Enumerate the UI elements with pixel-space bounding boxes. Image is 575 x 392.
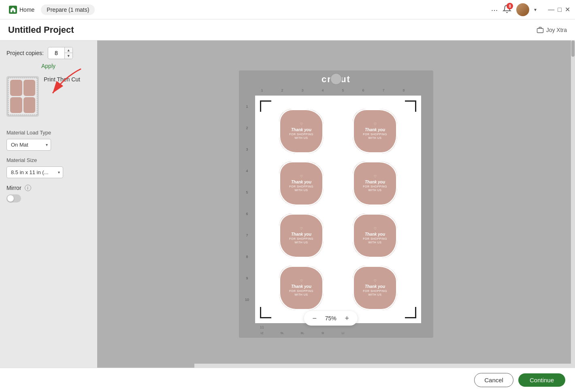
sticker-text-4: ♡ Thank you FOR SHOPPING with us [363, 175, 387, 192]
sticker-heart-2: ♡ [363, 122, 387, 126]
ruler-right-5 [421, 181, 433, 203]
ruler-top-2: 2 [272, 88, 292, 96]
ruler-top-3: 3 [292, 88, 313, 96]
ruler-top-8: 8 [394, 88, 414, 96]
sticker-heart-8: ♡ [363, 279, 387, 283]
ruler-right-3 [421, 138, 433, 160]
mat-paper: ♡ Thank you FOR SHOPPING with us [255, 96, 421, 323]
material-load-section: Material Load Type On Mat ▾ [6, 130, 91, 151]
ruler-left-9: 9 [239, 267, 255, 289]
spin-down-button[interactable]: ▼ [64, 53, 72, 59]
material-load-select-wrap: On Mat ▾ [6, 139, 51, 151]
mirror-toggle[interactable] [6, 194, 21, 202]
sticker-heart-1: ♡ [289, 122, 313, 126]
sticker-text-6: ♡ Thank you FOR SHOPPING with us [363, 227, 387, 245]
notifications-button[interactable]: 8 [503, 4, 511, 15]
right-scrollbar-thumb [571, 40, 575, 57]
ruler-top: 1 2 3 4 5 6 7 8 [239, 88, 433, 96]
sticker-shape-4: ♡ Thank you FOR SHOPPING with us [353, 161, 397, 206]
mat-info: Print Then Cut [44, 76, 80, 83]
ruler-right-4 [421, 160, 433, 181]
mat-board: cricut 1 2 3 4 5 6 7 8 [239, 70, 433, 338]
ruler-right-1 [421, 96, 433, 117]
project-title: Untitled Project [8, 25, 74, 35]
material-load-title: Material Load Type [6, 130, 91, 136]
avatar[interactable] [516, 3, 529, 16]
machine-icon [537, 26, 544, 34]
ruler-right-8 [421, 246, 433, 267]
ruler-top-1: 1 [252, 88, 272, 96]
zoom-in-button[interactable]: + [342, 313, 352, 323]
ruler-left-2: 2 [239, 117, 255, 138]
sticker-text-2: ♡ Thank you FOR SHOPPING with us [363, 122, 387, 140]
minimize-button[interactable]: — [548, 6, 554, 13]
mat-type-label: Print Then Cut [44, 76, 80, 83]
sticker-7: ♡ Thank you FOR SHOPPING with us [267, 264, 335, 311]
close-button[interactable]: ✕ [565, 6, 570, 13]
home-icon [9, 6, 17, 14]
canvas-area: cricut 1 2 3 4 5 6 7 8 [97, 40, 575, 368]
cancel-button[interactable]: Cancel [474, 373, 513, 387]
mat-header: cricut [239, 70, 433, 88]
bottom-bar: Cancel Continue [0, 368, 575, 392]
sticker-shape-7: ♡ Thank you FOR SHOPPING with us [279, 266, 324, 310]
material-size-title: Material Size [6, 157, 91, 163]
bottom-scrollbar[interactable] [194, 364, 571, 368]
ruler-right-7 [421, 224, 433, 246]
apply-row: Apply [6, 62, 91, 70]
window-controls: — □ ✕ [548, 6, 570, 13]
mat-hanger [330, 73, 342, 85]
mirror-label: Mirror [6, 185, 21, 191]
sticker-shape-3: ♡ Thank you FOR SHOPPING with us [279, 161, 324, 206]
prepare-tab[interactable]: Prepare (1 mats) [41, 4, 95, 15]
ruler-left-8: 8 [239, 246, 255, 267]
sticker-heart-4: ♡ [363, 175, 387, 179]
sticker-text-3: ♡ Thank you FOR SHOPPING with us [289, 175, 313, 192]
copies-input[interactable] [48, 48, 64, 58]
sticker-heart-3: ♡ [289, 175, 313, 179]
sticker-shape-6: ♡ Thank you FOR SHOPPING with us [353, 213, 397, 258]
spin-up-button[interactable]: ▲ [64, 47, 72, 53]
sticker-3: ♡ Thank you FOR SHOPPING with us [267, 160, 335, 207]
top-bar: Home Prepare (1 mats) ··· 8 ▾ — □ ✕ [0, 0, 575, 19]
apply-button[interactable]: Apply [41, 63, 55, 69]
notification-badge: 8 [507, 3, 513, 9]
sticker-1: ♡ Thank you FOR SHOPPING with us [267, 108, 335, 154]
sticker-heart-5: ♡ [289, 227, 313, 231]
copies-spinners: ▲ ▼ [64, 47, 72, 59]
mat-thumbnail [6, 76, 39, 117]
more-button[interactable]: ··· [491, 6, 498, 14]
zoom-out-button[interactable]: − [310, 313, 319, 323]
continue-button[interactable]: Continue [518, 373, 565, 387]
material-size-select[interactable]: 8.5 in x 11 in (... [6, 166, 63, 178]
machine-label: Joy Xtra [537, 26, 567, 34]
ruler-right [421, 96, 433, 323]
sticker-shape-1: ♡ Thank you FOR SHOPPING with us [279, 109, 324, 153]
project-bar: Untitled Project Joy Xtra [0, 19, 575, 40]
mat-canvas-wrap: cricut 1 2 3 4 5 6 7 8 [239, 70, 433, 338]
zoom-controls: − 75% + [304, 311, 358, 326]
ruler-top-4: 4 [313, 88, 333, 96]
ruler-left: 1 2 3 4 5 6 7 8 9 10 [239, 96, 255, 323]
sticker-6: ♡ Thank you FOR SHOPPING with us [341, 212, 409, 259]
ruler-numbers-top: 1 2 3 4 5 6 7 8 [252, 88, 414, 96]
ruler-left-10: 10 [239, 289, 255, 310]
mirror-section: Mirror i [6, 185, 91, 204]
account-dropdown[interactable]: ▾ [534, 7, 537, 13]
sidebar: Project copies: ▲ ▼ Apply [0, 40, 97, 368]
mirror-row: Mirror i [6, 185, 91, 191]
mirror-info-icon[interactable]: i [25, 185, 31, 191]
top-bar-right: ··· 8 ▾ — □ ✕ [491, 3, 570, 16]
sidebar-content: Project copies: ▲ ▼ Apply [0, 40, 97, 368]
ruler-top-5: 5 [333, 88, 353, 96]
sticker-shape-2: ♡ Thank you FOR SHOPPING with us [353, 109, 397, 153]
maximize-button[interactable]: □ [558, 6, 562, 13]
toggle-knob [7, 195, 14, 202]
main-layout: Project copies: ▲ ▼ Apply [0, 40, 575, 368]
home-button[interactable]: Home [5, 3, 38, 16]
ruler-right-2 [421, 117, 433, 138]
right-scrollbar[interactable] [571, 40, 575, 368]
sticker-8: ♡ Thank you FOR SHOPPING with us [341, 264, 409, 311]
zoom-percentage: 75% [323, 315, 339, 322]
material-load-select[interactable]: On Mat [6, 139, 51, 151]
